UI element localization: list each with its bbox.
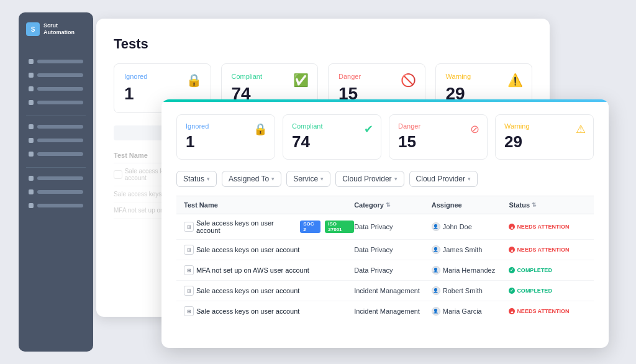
menu-icon	[29, 152, 34, 157]
chevron-down-icon: ▾	[394, 176, 398, 182]
triangle-icon: ▲	[510, 309, 514, 314]
main-card-content: Ignored 1 🔒 Compliant 74 ✔ Danger 15 ⊘ W…	[161, 102, 609, 331]
th-test-name: Test Name	[184, 201, 354, 209]
cell-status-2: ▲ NEEDS ATTENTION	[509, 247, 586, 253]
stat-card-ignored: Ignored 1 🔒	[176, 114, 275, 160]
sidebar-item-9[interactable]	[26, 186, 86, 198]
filter-cloud-provider-2-label: Cloud Provider	[416, 175, 465, 183]
cell-category-3: Data Privacy	[354, 266, 432, 274]
logo-icon: S	[26, 22, 40, 36]
lock-icon: 🔒	[253, 122, 267, 136]
filter-assigned-label: Assigned To	[229, 175, 269, 183]
sidebar-item-3[interactable]	[26, 83, 86, 94]
sidebar-item-5[interactable]	[26, 121, 86, 132]
sidebar-item-1[interactable]	[26, 56, 86, 67]
cell-name-1: ⊞ Sale access keys on user account SOC 2…	[184, 219, 354, 234]
sidebar-item-8[interactable]	[26, 173, 86, 184]
pill-iso27001: ISO 27001	[325, 221, 354, 233]
cell-assignee-4: 👤 Robert Smith	[432, 286, 509, 295]
table-header: Test Name Category ⇅ Assignee Status ⇅	[176, 196, 594, 214]
cell-assignee-1: 👤 John Doe	[432, 222, 509, 231]
filter-row: Status ▾ Assigned To ▾ Service ▾ Cloud P…	[176, 171, 594, 187]
chevron-down-icon: ▾	[320, 176, 324, 182]
filter-status-label: Status	[183, 175, 204, 183]
danger-icon: ⊘	[470, 122, 479, 136]
menu-bar	[37, 139, 83, 142]
cell-status-3: ✓ COMPLETED	[509, 267, 586, 273]
menu-icon	[29, 59, 34, 64]
stat-value-compliant: 74	[292, 132, 372, 152]
menu-icon	[29, 86, 34, 91]
success-status-icon: ✓	[509, 288, 515, 294]
lock-icon: 🔒	[186, 73, 202, 88]
assignee-avatar: 👤	[432, 307, 440, 316]
stat-label-compliant: Compliant	[292, 122, 372, 130]
cell-name-4: ⊞ Sale access keys on user account	[184, 286, 354, 296]
danger-status-icon: ▲	[509, 247, 515, 253]
cell-category-1: Data Privacy	[354, 223, 432, 230]
menu-icon	[29, 189, 34, 194]
menu-bar	[37, 125, 83, 129]
sidebar-item-6[interactable]	[26, 135, 86, 146]
table-row: ⊞ Sale access keys on user account Data …	[176, 240, 594, 260]
filter-service[interactable]: Service ▾	[286, 171, 330, 187]
filter-cloud-provider-2[interactable]: Cloud Provider ▾	[409, 171, 478, 187]
sidebar-item-4[interactable]	[26, 97, 86, 108]
sidebar-item-10[interactable]	[26, 200, 86, 211]
test-name-3: MFA not set up on AWS user account	[196, 266, 309, 274]
cell-assignee-5: 👤 Maria Garcia	[432, 307, 509, 316]
stat-label-warning: Warning	[504, 122, 584, 130]
cell-status-4: ✓ COMPLETED	[509, 288, 586, 294]
th-category: Category ⇅	[354, 201, 432, 209]
cell-assignee-3: 👤 Maria Hernandez	[432, 266, 509, 275]
test-name-2: Sale access keys on user account	[196, 246, 299, 253]
filter-assigned-to[interactable]: Assigned To ▾	[222, 171, 281, 187]
row-icon: ⊞	[184, 265, 194, 275]
menu-bar	[37, 152, 83, 156]
menu-icon	[29, 176, 34, 181]
stat-card-danger: Danger 15 ⊘	[389, 114, 488, 160]
menu-icon	[29, 73, 34, 78]
sidebar-item-7[interactable]	[26, 148, 86, 160]
assignee-avatar: 👤	[432, 245, 440, 254]
filter-status[interactable]: Status ▾	[176, 171, 217, 187]
row-icon: ⊞	[184, 286, 194, 296]
cell-name-3: ⊞ MFA not set up on AWS user account	[184, 265, 354, 275]
cell-status-1: ▲ NEEDS ATTENTION	[509, 224, 586, 230]
menu-bar	[37, 190, 83, 194]
stat-value-danger: 15	[398, 132, 478, 152]
triangle-icon: ▲	[510, 248, 514, 252]
menu-icon	[29, 203, 34, 208]
test-name-5: Sale access keys on user account	[196, 307, 299, 315]
test-name-1: Sale access keys on user account	[196, 219, 296, 234]
th-status: Status ⇅	[509, 201, 586, 209]
pill-soc2: SOC 2	[300, 221, 320, 233]
stat-label-danger: Danger	[398, 122, 478, 130]
danger-status-icon: ▲	[509, 224, 515, 230]
warning-icon: ⚠	[576, 122, 586, 136]
sort-icon: ⇅	[532, 202, 537, 208]
sidebar-item-2[interactable]	[26, 70, 86, 81]
stats-row: Ignored 1 🔒 Compliant 74 ✔ Danger 15 ⊘ W…	[176, 114, 594, 160]
assignee-avatar: 👤	[432, 266, 440, 275]
cell-category-2: Data Privacy	[354, 246, 432, 253]
menu-bar	[37, 73, 83, 77]
filter-service-label: Service	[293, 175, 318, 183]
sort-icon: ⇅	[386, 202, 391, 208]
table-row: ⊞ Sale access keys on user account Incid…	[176, 301, 594, 321]
sidebar: S ScrutAutomation	[19, 12, 93, 352]
app-name: ScrutAutomation	[43, 22, 75, 36]
filter-cloud-provider-1-label: Cloud Provider	[342, 175, 391, 183]
bg-card-title: Tests	[114, 36, 532, 52]
menu-icon	[29, 100, 34, 105]
tests-table: Test Name Category ⇅ Assignee Status ⇅ ⊞…	[176, 196, 594, 321]
menu-icon	[29, 138, 34, 143]
menu-bar	[37, 87, 83, 91]
row-icon: ⊞	[184, 222, 194, 232]
check-icon: ✓	[510, 268, 514, 273]
table-row: ⊞ Sale access keys on user account Incid…	[176, 281, 594, 301]
cell-category-4: Incident Management	[354, 287, 432, 294]
cell-category-5: Incident Management	[354, 307, 432, 315]
cell-name-2: ⊞ Sale access keys on user account	[184, 245, 354, 255]
filter-cloud-provider-1[interactable]: Cloud Provider ▾	[335, 171, 404, 187]
